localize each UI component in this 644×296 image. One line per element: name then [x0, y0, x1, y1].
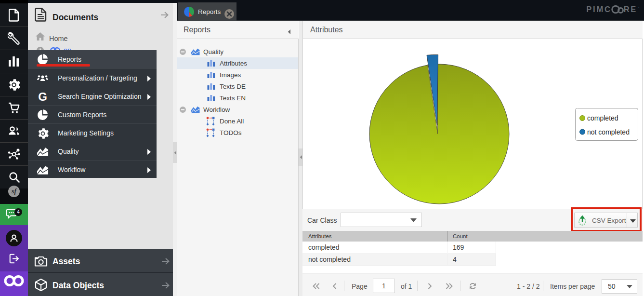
svg-text:completed: completed — [587, 114, 618, 122]
svg-text:not completed: not completed — [587, 128, 630, 136]
